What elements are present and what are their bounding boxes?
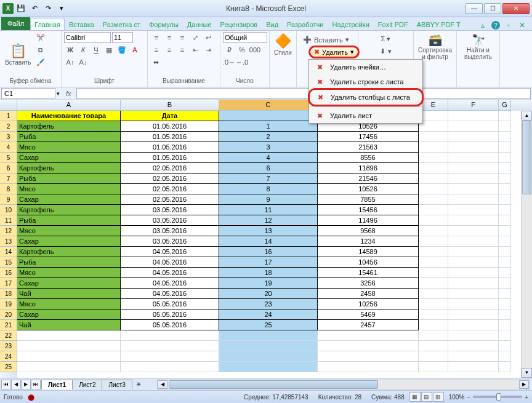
zoom-in-icon[interactable]: + [525,394,528,401]
row-header-20[interactable]: 20 [0,309,17,320]
cell-G17[interactable] [499,278,511,289]
cell-F18[interactable] [448,289,499,299]
cell-F24[interactable] [448,351,499,362]
cell-G9[interactable] [499,194,511,205]
window-restore-icon[interactable]: ▫ [504,20,514,30]
cell-F9[interactable] [448,194,499,205]
cell-A17[interactable]: Сахар [17,278,121,289]
cell-B8[interactable]: 02.05.2016 [121,184,219,194]
maximize-button[interactable]: ☐ [484,3,501,14]
cell-C5[interactable]: 4 [219,153,318,163]
decrease-indent-icon[interactable]: ⇤ [189,44,201,55]
cell-A14[interactable]: Картофель [17,247,121,257]
row-header-12[interactable]: 12 [0,226,17,236]
cell-D12[interactable]: 9568 [318,226,419,236]
cell-E23[interactable] [419,341,448,351]
cell-B7[interactable]: 02.05.2016 [121,174,219,184]
cell-E17[interactable] [419,278,448,289]
cell-A22[interactable] [17,330,121,341]
cell-E9[interactable] [419,194,448,205]
insert-cells-button[interactable]: ➕Вставить▾ [302,34,353,45]
cell-C14[interactable]: 16 [219,247,318,257]
cell-G16[interactable] [499,268,511,278]
row-header-10[interactable]: 10 [0,205,17,215]
cell-E10[interactable] [419,205,448,215]
increase-indent-icon[interactable]: ⇥ [202,44,214,55]
cell-D20[interactable]: 5469 [318,309,419,320]
row-header-2[interactable]: 2 [0,121,17,132]
cell-B21[interactable]: 05.05.2016 [121,320,219,330]
sheet-tab-1[interactable]: Лист2 [72,380,102,389]
redo-icon[interactable]: ↷ [42,2,54,15]
cell-F12[interactable] [448,226,499,236]
cell-G22[interactable] [499,330,511,341]
cell-F19[interactable] [448,299,499,309]
cell-G13[interactable] [499,236,511,247]
cell-B19[interactable]: 05.05.2016 [121,299,219,309]
row-header-5[interactable]: 5 [0,153,17,163]
cell-C19[interactable]: 23 [219,299,318,309]
cell-D11[interactable]: 11496 [318,215,419,226]
cell-B12[interactable]: 03.05.2016 [121,226,219,236]
col-header-C[interactable]: C [219,100,318,111]
cell-A4[interactable]: Мясо [17,142,121,153]
macro-record-icon[interactable]: ⬤ [23,394,34,401]
cell-G11[interactable] [499,215,511,226]
cell-D21[interactable]: 2457 [318,320,419,330]
row-header-16[interactable]: 16 [0,268,17,278]
paste-button[interactable]: 📋 Вставить [2,32,33,76]
cell-G12[interactable] [499,226,511,236]
formula-input[interactable] [76,88,531,99]
find-select-button[interactable]: 🔭 Найти и выделить [459,32,497,62]
cell-E13[interactable] [419,236,448,247]
cell-D7[interactable]: 21546 [318,174,419,184]
cell-C16[interactable]: 18 [219,268,318,278]
cell-C21[interactable]: 25 [219,320,318,330]
cell-G20[interactable] [499,309,511,320]
save-icon[interactable]: 💾 [15,2,27,15]
border-button[interactable]: ▦ [103,44,115,55]
row-header-18[interactable]: 18 [0,289,17,299]
cell-F7[interactable] [448,174,499,184]
italic-button[interactable]: К [77,44,89,55]
cell-C23[interactable] [219,341,318,351]
row-header-17[interactable]: 17 [0,278,17,289]
cell-C11[interactable]: 12 [219,215,318,226]
cell-E2[interactable] [419,121,448,132]
ribbon-tab-9[interactable]: Foxit PDF [374,18,413,30]
cell-B3[interactable]: 01.05.2016 [121,132,219,142]
cell-E3[interactable] [419,132,448,142]
ribbon-tab-7[interactable]: Разработчи [283,18,328,30]
row-header-6[interactable]: 6 [0,163,17,174]
cell-F8[interactable] [448,184,499,194]
cell-A24[interactable] [17,351,121,362]
cell-B18[interactable]: 04.05.2016 [121,289,219,299]
vscroll-thumb[interactable] [522,121,531,194]
cell-F4[interactable] [448,142,499,153]
fx-icon[interactable]: fx [61,90,76,97]
cell-C9[interactable]: 9 [219,194,318,205]
cell-C4[interactable]: 3 [219,142,318,153]
page-break-icon[interactable]: ▥ [433,392,444,402]
ribbon-tab-5[interactable]: Рецензиров [216,18,262,30]
cell-C7[interactable]: 7 [219,174,318,184]
cell-A2[interactable]: Картофель [17,121,121,132]
cell-G23[interactable] [499,341,511,351]
ribbon-tab-3[interactable]: Формулы [145,18,183,30]
ribbon-tab-2[interactable]: Разметка ст [99,18,145,30]
cell-A1[interactable]: Наименование товара [17,111,121,121]
cell-F14[interactable] [448,247,499,257]
align-left-icon[interactable]: ≡ [150,44,163,55]
close-button[interactable]: ✕ [502,3,530,14]
cut-icon[interactable]: ✂️ [34,32,47,43]
cell-E22[interactable] [419,330,448,341]
fill-color-button[interactable]: 🪣 [116,44,128,55]
cell-E1[interactable] [419,111,448,121]
cell-A23[interactable] [17,341,121,351]
cell-F23[interactable] [448,341,499,351]
row-header-13[interactable]: 13 [0,236,17,247]
horizontal-scrollbar[interactable]: ◀ ▶ [157,380,530,389]
cell-G4[interactable] [499,142,511,153]
underline-button[interactable]: Ч [90,44,102,55]
ribbon-tab-4[interactable]: Данные [183,18,216,30]
